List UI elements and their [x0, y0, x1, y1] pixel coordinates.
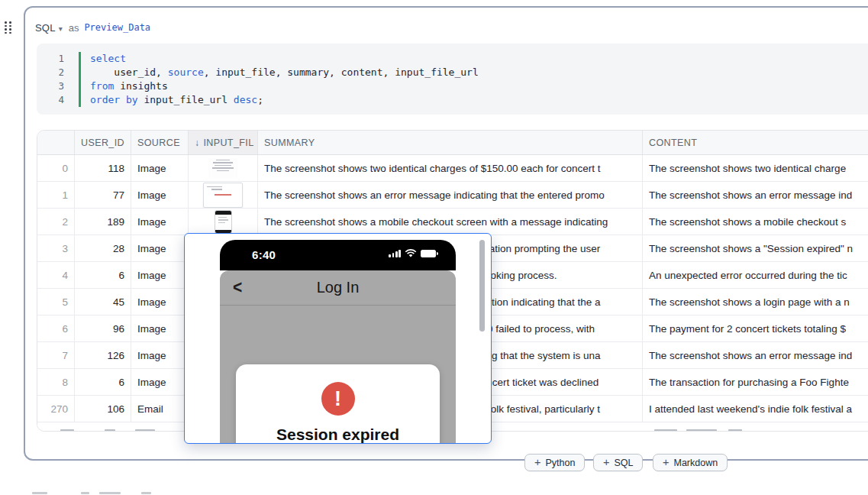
plus-icon: + — [534, 456, 540, 468]
clipped-next-cell-text — [81, 492, 89, 494]
code-text: from insights — [90, 79, 168, 93]
cell-index[interactable]: 6 — [37, 315, 75, 341]
alert-exclamation-icon: ! — [321, 382, 355, 416]
cell-summary[interactable]: The screenshot shows a mobile checkout s… — [258, 209, 643, 235]
sort-desc-arrow-icon: ↓ — [195, 138, 199, 148]
cell-summary[interactable]: The screenshot shows an error message in… — [258, 182, 643, 208]
code-line[interactable]: 4order by input_file_url desc; — [37, 93, 868, 107]
alert-title: Session expired — [236, 425, 440, 444]
cell-source[interactable]: Image — [131, 369, 189, 395]
cell-source[interactable]: Image — [131, 209, 189, 235]
cell-user-id[interactable]: 126 — [75, 342, 131, 368]
wifi-icon — [405, 249, 417, 258]
phone-nav-title: Log In — [220, 279, 456, 296]
table-row[interactable]: 2189ImageThe screenshot shows a mobile c… — [37, 209, 868, 235]
as-label: as — [69, 22, 79, 34]
cell-user-id[interactable]: 6 — [75, 262, 131, 288]
cell-user-id[interactable]: 28 — [75, 235, 131, 261]
cell-content[interactable]: The screenshot shows two identical charg… — [643, 155, 868, 181]
header-input-file[interactable]: ↓INPUT_FIL — [189, 131, 258, 154]
cell-index[interactable]: 1 — [37, 182, 75, 208]
battery-icon — [421, 250, 436, 257]
add-cell-button-label: Markdown — [673, 458, 718, 468]
code-line[interactable]: 3from insights — [37, 79, 868, 93]
cell-content[interactable]: I attended last weekend's indie folk fes… — [643, 396, 868, 422]
cell-content[interactable]: The screenshot shows an error message in… — [643, 342, 868, 368]
table-row[interactable]: 177ImageThe screenshot shows an error me… — [37, 182, 868, 209]
table-row[interactable]: 0118ImageThe screenshot shows two identi… — [37, 155, 868, 182]
cell-header: SQL ▾ as Preview_Data — [35, 21, 150, 34]
gutter-indicator — [79, 93, 81, 107]
cell-content[interactable]: The screenshot shows an error message in… — [643, 182, 868, 208]
sql-code-editor[interactable]: 1select2 user_id, source, input_file, su… — [37, 44, 868, 115]
cell-user-id[interactable]: 45 — [75, 289, 131, 315]
phone-thumbnail[interactable] — [215, 210, 232, 234]
cell-source[interactable]: Image — [131, 235, 189, 261]
cell-content[interactable]: The screenshot shows a login page with a… — [643, 289, 868, 315]
code-line[interactable]: 1select — [37, 52, 868, 66]
plus-icon: + — [603, 456, 609, 468]
cell-user-id[interactable]: 6 — [75, 369, 131, 395]
cell-content[interactable]: The payment for 2 concert tickets totali… — [643, 315, 868, 341]
code-line[interactable]: 2 user_id, source, input_file, summary, … — [37, 66, 868, 79]
cell-source[interactable]: Image — [131, 289, 189, 315]
cell-index[interactable]: 4 — [37, 262, 75, 288]
cell-summary[interactable]: The screenshot shows two identical charg… — [258, 155, 643, 181]
error-card-thumbnail[interactable] — [203, 183, 243, 208]
add-python-cell-button[interactable]: +Python — [524, 454, 585, 471]
cell-index[interactable]: 0 — [37, 155, 75, 181]
clipped-next-cell-text — [99, 492, 121, 494]
cell-source[interactable]: Image — [131, 155, 189, 181]
header-user-id[interactable]: USER_ID — [75, 131, 131, 154]
header-index[interactable] — [37, 131, 75, 154]
table-header-row: USER_IDSOURCE↓INPUT_FILSUMMARYCONTENT — [37, 131, 868, 155]
cell-user-id[interactable]: 189 — [75, 209, 131, 235]
popup-scrollbar[interactable] — [479, 240, 485, 332]
cell-input-file[interactable] — [189, 155, 258, 181]
cell-source[interactable]: Email — [131, 396, 189, 422]
header-source[interactable]: SOURCE — [131, 131, 189, 154]
input-file-preview-popup: 6:40 < Log In ! Session expired — [184, 233, 492, 444]
cell-input-file[interactable] — [189, 182, 258, 208]
cell-index[interactable]: 5 — [37, 289, 75, 315]
login-sheet: < Log In ! Session expired Please log in… — [220, 270, 456, 444]
cell-content[interactable]: The transaction for purchasing a Foo Fig… — [643, 369, 868, 395]
line-number: 3 — [37, 79, 64, 93]
add-cell-button-label: Python — [545, 458, 575, 468]
add-cell-button-label: SQL — [614, 458, 633, 468]
cell-content[interactable]: The screenshot shows a "Session expired"… — [643, 235, 868, 261]
cell-user-id[interactable]: 106 — [75, 396, 131, 422]
status-time: 6:40 — [252, 248, 276, 261]
cell-user-id[interactable]: 96 — [75, 315, 131, 341]
cell-user-id[interactable]: 77 — [75, 182, 131, 208]
gutter-indicator — [79, 79, 81, 93]
gutter-indicator — [79, 66, 81, 79]
cell-content[interactable]: An unexpected error occurred during the … — [643, 262, 868, 288]
cell-source[interactable]: Image — [131, 315, 189, 341]
phone-status-bar: 6:40 — [220, 240, 456, 270]
receipt-thumbnail[interactable] — [208, 158, 237, 179]
add-sql-cell-button[interactable]: +SQL — [593, 454, 643, 471]
cell-index[interactable]: 2 — [37, 209, 75, 235]
cell-source[interactable]: Image — [131, 262, 189, 288]
add-markdown-cell-button[interactable]: +Markdown — [653, 454, 728, 471]
cell-content[interactable]: The screenshot shows a mobile checkout s — [643, 209, 868, 235]
cell-input-file[interactable] — [189, 209, 258, 235]
cell-user-id[interactable]: 118 — [75, 155, 131, 181]
phone-screenshot-preview: 6:40 < Log In ! Session expired — [220, 240, 456, 444]
line-number: 2 — [37, 66, 64, 79]
code-text: select — [90, 52, 126, 66]
cell-index[interactable]: 7 — [37, 342, 75, 368]
cell-drag-handle-icon[interactable] — [5, 21, 12, 34]
cell-type-dropdown[interactable]: SQL — [35, 22, 56, 34]
header-content[interactable]: CONTENT — [643, 131, 868, 154]
header-summary[interactable]: SUMMARY — [258, 131, 643, 154]
chevron-down-icon[interactable]: ▾ — [59, 24, 63, 33]
cell-source[interactable]: Image — [131, 342, 189, 368]
cell-source[interactable]: Image — [131, 182, 189, 208]
cell-index[interactable]: 8 — [37, 369, 75, 395]
cell-index[interactable]: 270 — [37, 396, 75, 422]
phone-nav-bar: < Log In — [220, 270, 456, 306]
cell-index[interactable]: 3 — [37, 235, 75, 261]
result-variable-name[interactable]: Preview_Data — [84, 22, 150, 33]
